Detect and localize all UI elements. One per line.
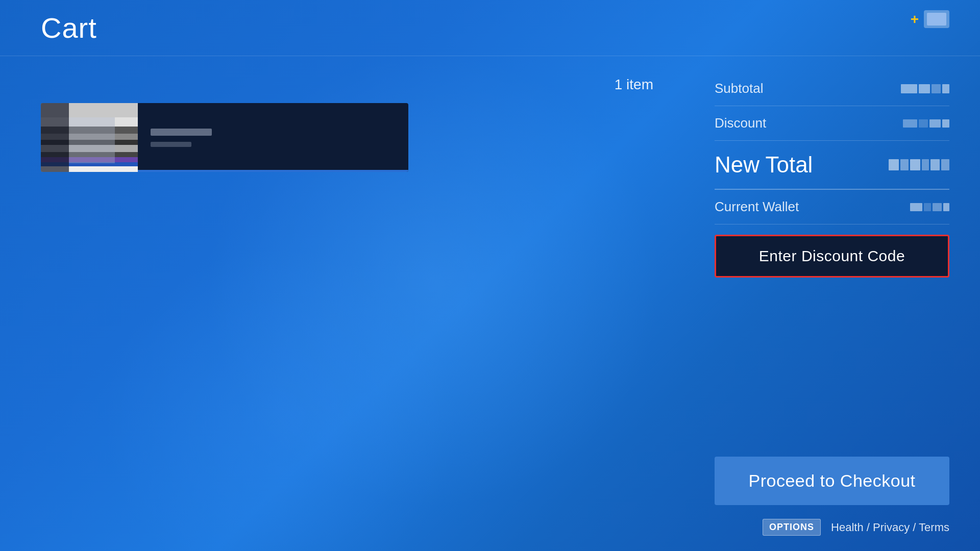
wallet-block-1 — [910, 203, 922, 211]
footer: OPTIONS Health / Privacy / Terms — [763, 519, 949, 536]
discount-block-4 — [942, 119, 949, 128]
subtotal-block-3 — [932, 84, 941, 93]
total-block-5 — [930, 159, 940, 170]
wallet-label: Current Wallet — [715, 199, 799, 215]
subtotal-value — [901, 84, 949, 93]
top-right-area: + — [911, 10, 949, 28]
wallet-value — [910, 203, 949, 211]
user-avatar — [924, 10, 949, 28]
cart-item[interactable] — [41, 103, 408, 172]
wallet-block-4 — [943, 203, 949, 211]
subtotal-label: Subtotal — [715, 81, 763, 96]
discount-code-button[interactable]: Enter Discount Code — [715, 235, 949, 278]
new-total-label: New Total — [715, 152, 813, 178]
footer-links[interactable]: Health / Privacy / Terms — [831, 521, 949, 534]
item-sub-placeholder — [151, 142, 191, 147]
item-bottom-bar — [138, 170, 408, 172]
discount-block-2 — [919, 119, 928, 128]
discount-block-3 — [929, 119, 941, 128]
wallet-row: Current Wallet — [715, 190, 949, 224]
main-content: 1 item — [0, 56, 980, 551]
item-thumbnail — [41, 103, 138, 172]
item-name-placeholder — [151, 129, 212, 136]
subtotal-block-1 — [901, 84, 917, 93]
new-total-value — [889, 159, 949, 170]
checkout-label: Proceed to Checkout — [748, 471, 915, 490]
checkout-button[interactable]: Proceed to Checkout — [715, 457, 949, 505]
new-total-row: New Total — [715, 141, 949, 190]
discount-value — [903, 119, 949, 128]
cart-panel: 1 item — [0, 56, 694, 551]
avatar-image — [927, 13, 946, 26]
total-block-6 — [941, 159, 949, 170]
summary-panel: Subtotal Discount New Total — [694, 56, 980, 551]
page-title: Cart — [41, 11, 97, 44]
ps-plus-icon: + — [911, 11, 919, 28]
total-block-3 — [910, 159, 920, 170]
options-badge[interactable]: OPTIONS — [763, 519, 821, 536]
discount-code-label: Enter Discount Code — [759, 247, 905, 264]
total-block-2 — [900, 159, 909, 170]
subtotal-row: Subtotal — [715, 71, 949, 106]
total-block-1 — [889, 159, 899, 170]
discount-block-1 — [903, 119, 917, 128]
thumb-mid — [69, 117, 115, 163]
thumb-left-col — [41, 103, 69, 172]
discount-row: Discount — [715, 106, 949, 141]
header: Cart — [0, 0, 980, 56]
subtotal-block-2 — [919, 84, 930, 93]
item-count: 1 item — [41, 77, 664, 93]
wallet-block-3 — [933, 203, 942, 211]
item-info — [138, 103, 408, 172]
subtotal-block-4 — [942, 84, 949, 93]
discount-label: Discount — [715, 115, 766, 131]
wallet-block-2 — [924, 203, 931, 211]
total-block-4 — [922, 159, 929, 170]
